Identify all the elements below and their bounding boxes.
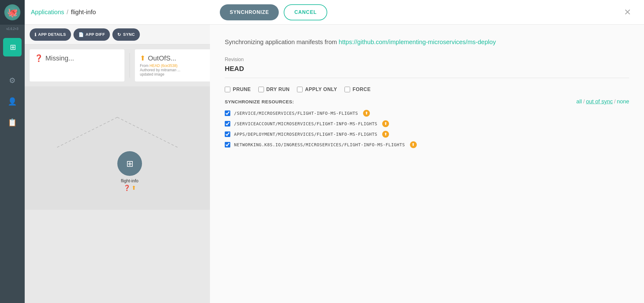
resource-2-name: /SERVICEACCOUNT/MICROSERVICES/FLIGHT-INF…	[234, 121, 377, 126]
resource-1-checkbox[interactable]	[225, 110, 230, 116]
sidebar-item-docs[interactable]: 📋	[3, 113, 22, 132]
sidebar: 🐙 v1.6.2+3 ⊞ ⚙ 👤 📋	[0, 0, 25, 303]
sync-dialog: SYNCHRONIZE CANCEL ✕ Synchronizing appli…	[210, 0, 644, 303]
force-label: FORCE	[353, 87, 371, 92]
app-diff-button[interactable]: 📄 APP DIFF	[73, 28, 110, 41]
prune-checkbox[interactable]	[225, 87, 230, 92]
prune-checkbox-item[interactable]: PRUNE	[225, 87, 251, 92]
app-logo-icon: 🐙	[4, 4, 20, 20]
resource-3-name: APPS/DEPLOYMENT/MICROSERVICES/FLIGHT-INF…	[234, 132, 377, 137]
missing-label: Missing...	[45, 54, 74, 62]
breadcrumb-separator: /	[67, 9, 69, 16]
sync-icon: ↻	[117, 32, 121, 37]
options-row: PRUNE DRY RUN APPLY ONLY FORCE	[225, 87, 629, 92]
out-of-sync-icon: ⬆	[140, 54, 145, 62]
resource-item-4: NETWORKING.K8S.IO/INGRESS/MICROSERVICES/…	[225, 141, 629, 148]
filter-all-link[interactable]: all	[576, 98, 582, 105]
question-mark-icon: ❓	[35, 54, 43, 62]
layers-icon: ⊞	[10, 43, 16, 52]
revision-section: Revision HEAD	[225, 57, 629, 78]
apply-only-label: APPLY ONLY	[305, 87, 337, 92]
resource-list: /SERVICE/MICROSERVICES/FLIGHT-INFO-MS-FL…	[225, 110, 629, 148]
dialog-body: Synchronizing application manifests from…	[210, 25, 644, 303]
settings-icon: ⚙	[9, 76, 16, 85]
out-of-sync-label: OutOfS...	[148, 54, 176, 62]
resource-4-out-of-sync-badge: ⬆	[410, 141, 417, 148]
missing-status-card: ❓ Missing...	[30, 49, 124, 81]
flight-info-node: ⊞ flight-info ❓ ⬆	[117, 151, 142, 191]
force-checkbox-item[interactable]: FORCE	[345, 87, 371, 92]
revision-value: HEAD	[225, 65, 629, 78]
resource-1-out-of-sync-badge: ⬆	[363, 110, 370, 117]
node-label: flight-info	[121, 178, 139, 183]
missing-status-title: ❓ Missing...	[35, 54, 119, 62]
info-icon: ℹ	[35, 32, 36, 37]
out-of-sync-badge-icon: ⬆	[132, 185, 136, 191]
breadcrumb: Applications / flight-info	[31, 9, 96, 16]
sync-description-prefix: Synchronizing application manifests from	[225, 39, 337, 45]
apply-only-checkbox-item[interactable]: APPLY ONLY	[297, 87, 337, 92]
sync-description: Synchronizing application manifests from…	[225, 37, 629, 47]
graph-connections	[25, 86, 235, 210]
sidebar-logo: 🐙	[0, 0, 25, 25]
resource-1-name: /SERVICE/MICROSERVICES/FLIGHT-INFO-MS-FL…	[234, 111, 358, 116]
sidebar-item-settings[interactable]: ⚙	[3, 71, 22, 90]
revision-label: Revision	[225, 57, 629, 62]
sidebar-nav: ⊞ ⚙ 👤 📋	[0, 38, 25, 132]
filter-out-of-sync-link[interactable]: out of sync	[586, 98, 613, 105]
filter-none-link[interactable]: none	[617, 98, 629, 105]
breadcrumb-current-page: flight-info	[71, 9, 96, 16]
breadcrumb-applications-link[interactable]: Applications	[31, 9, 64, 16]
resource-2-checkbox[interactable]	[225, 121, 230, 127]
force-checkbox[interactable]	[345, 87, 350, 92]
cancel-button[interactable]: CANCEL	[284, 4, 327, 20]
app-details-button[interactable]: ℹ APP DETAILS	[30, 28, 71, 41]
resource-item-3: APPS/DEPLOYMENT/MICROSERVICES/FLIGHT-INF…	[225, 131, 629, 138]
toolbar: ℹ APP DETAILS 📄 APP DIFF ↻ SYNC	[25, 25, 235, 44]
sync-button-toolbar[interactable]: ↻ SYNC	[112, 28, 140, 41]
resource-4-checkbox[interactable]	[225, 142, 230, 147]
dry-run-checkbox-item[interactable]: DRY RUN	[258, 87, 290, 92]
main-content: Applications / flight-info ℹ APP DETAILS…	[25, 0, 235, 303]
user-icon: 👤	[8, 97, 17, 106]
apply-only-checkbox[interactable]	[297, 87, 303, 92]
resource-item-1: /SERVICE/MICROSERVICES/FLIGHT-INFO-MS-FL…	[225, 110, 629, 117]
close-icon: ✕	[624, 7, 631, 17]
sidebar-version: v1.6.2+3	[5, 26, 20, 32]
synchronize-button[interactable]: SYNCHRONIZE	[220, 4, 279, 20]
svg-line-1	[56, 117, 117, 148]
prune-label: PRUNE	[233, 87, 251, 92]
resource-3-out-of-sync-badge: ⬆	[382, 131, 389, 138]
dry-run-label: DRY RUN	[266, 87, 290, 92]
node-badges: ❓ ⬆	[123, 185, 136, 191]
resource-3-checkbox[interactable]	[225, 131, 230, 137]
graph-area: ⊞ flight-info ❓ ⬆	[25, 86, 235, 210]
resource-4-name: NETWORKING.K8S.IO/INGRESS/MICROSERVICES/…	[234, 142, 405, 147]
resource-item-2: /SERVICEACCOUNT/MICROSERVICES/FLIGHT-INF…	[225, 120, 629, 127]
app-details-label: APP DETAILS	[38, 32, 66, 37]
repo-url-link[interactable]: https://github.com/implementing-microser…	[339, 39, 496, 45]
dialog-header: SYNCHRONIZE CANCEL ✕	[210, 0, 644, 25]
sidebar-item-applications[interactable]: ⊞	[3, 38, 22, 56]
layers-node-icon: ⊞	[126, 159, 133, 169]
close-button[interactable]: ✕	[621, 6, 634, 19]
dry-run-checkbox[interactable]	[258, 87, 264, 92]
svg-line-0	[117, 117, 179, 148]
node-circle-icon: ⊞	[117, 151, 142, 176]
resources-filters: all / out of sync / none	[576, 98, 629, 105]
resource-2-out-of-sync-badge: ⬆	[382, 120, 389, 127]
docs-icon: 📋	[8, 118, 17, 127]
resources-header: SYNCHRONIZE RESOURCES: all / out of sync…	[225, 98, 629, 105]
resources-label: SYNCHRONIZE RESOURCES:	[225, 99, 294, 104]
status-row: ❓ Missing... ⬆ OutOfS... From HEAD (6ce3…	[25, 44, 235, 86]
status-divider	[129, 53, 130, 78]
question-badge-icon: ❓	[123, 185, 130, 191]
filter-separator-1: /	[583, 98, 585, 105]
filter-separator-2: /	[614, 98, 616, 105]
app-diff-label: APP DIFF	[86, 32, 105, 37]
sidebar-item-user[interactable]: 👤	[3, 92, 22, 111]
diff-icon: 📄	[78, 32, 84, 37]
top-bar: Applications / flight-info	[25, 0, 235, 25]
sync-label: SYNC	[123, 32, 135, 37]
commit-hash: HEAD (6ce3538)	[149, 64, 178, 68]
